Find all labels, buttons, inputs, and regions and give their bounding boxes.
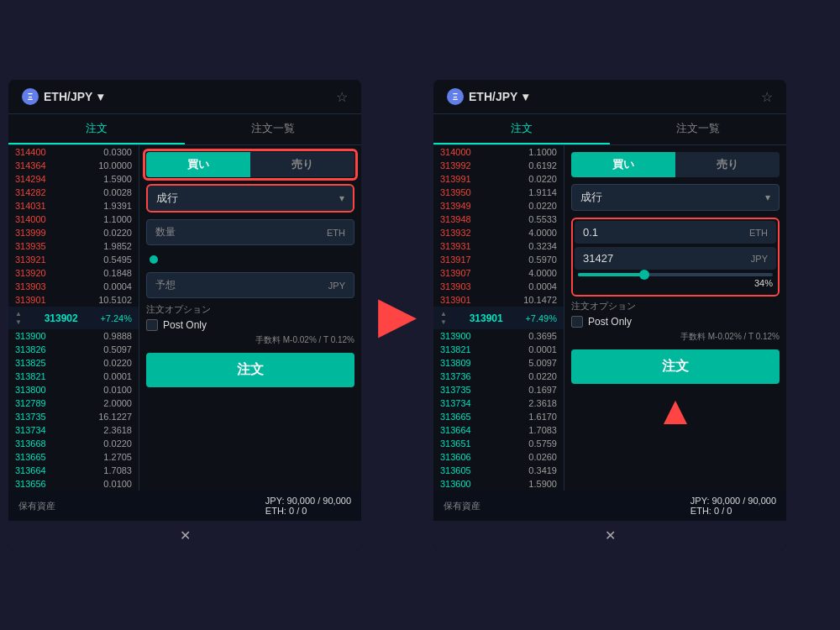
indicator-dot: [150, 255, 158, 264]
quantity-unit: ETH: [327, 228, 345, 238]
panel2-current-price-row: ▲ ▼ 313901 +7.49%: [433, 307, 564, 329]
panel2-close-bar: ✕: [433, 521, 786, 550]
panel2-price-arrows: ▲ ▼: [440, 310, 447, 326]
p2-buy-12: 3136001.5900: [433, 477, 564, 491]
panel-body: 3144000.0300 31436410.0000 3142941.5900 …: [8, 145, 361, 491]
order-submit-button[interactable]: 注文: [146, 353, 354, 387]
buy-order-10: 3136651.2705: [8, 450, 139, 464]
current-price-row: ▲ ▼ 313902 +7.24%: [8, 307, 139, 329]
order-form: 買い 売り 成行 ▾ 数量 ETH: [139, 145, 361, 491]
close-icon[interactable]: ✕: [180, 528, 191, 543]
assets-label: 保有資産: [18, 500, 55, 512]
arrow-right-icon: ▶: [378, 290, 417, 340]
price-arrows: ▲ ▼: [15, 310, 22, 326]
quantity-input[interactable]: 数量 ETH: [146, 219, 354, 245]
panel2-slider[interactable]: 34%: [575, 273, 776, 288]
p2-sell-11: 3139030.0004: [433, 280, 564, 293]
panel2-tab-order[interactable]: 注文: [433, 114, 610, 144]
panel2-close-icon[interactable]: ✕: [605, 528, 616, 543]
p2-sell-7: 3139324.0000: [433, 226, 564, 239]
sell-order-1: 3144000.0300: [8, 145, 139, 159]
panel2-assets-values: JPY: 90,000 / 90,000 ETH: 0 / 0: [690, 496, 776, 516]
panel2-order-book: 3140001.1000 3139920.6192 3139910.0220 3…: [433, 145, 564, 491]
p2-sell-10: 3139074.0000: [433, 266, 564, 280]
tab-order-list[interactable]: 注文一覧: [185, 114, 361, 144]
favorite-icon[interactable]: ☆: [336, 89, 348, 105]
buy-order-12: 3136560.0100: [8, 477, 139, 491]
tab-order[interactable]: 注文: [8, 114, 185, 144]
panel2-quantity-value: 0.1: [583, 226, 598, 239]
buy-order-6: 3127892.0000: [8, 396, 139, 410]
panel2-options-label: 注文オプション: [571, 300, 780, 312]
buy-sell-tabs: 買い 売り: [146, 152, 354, 177]
estimate-label: 予想: [155, 278, 176, 292]
post-only-row: Post Only: [146, 319, 354, 331]
panel2-estimate-input[interactable]: 31427 JPY: [575, 247, 776, 270]
p2-sell-9: 3139170.5970: [433, 253, 564, 266]
p2-buy-9: 3136510.5759: [433, 437, 564, 450]
panel2-buy-sell-tabs: 買い 売り: [571, 152, 780, 177]
buy-tab[interactable]: 買い: [146, 152, 250, 177]
estimate-unit: JPY: [328, 281, 345, 291]
p2-sell-4: 3139501.9114: [433, 186, 564, 199]
p2-buy-11: 3136050.3419: [433, 464, 564, 477]
post-only-checkbox[interactable]: [146, 319, 158, 331]
slider-thumb: [639, 270, 649, 280]
panel2-header: Ξ ETH/JPY ▾ ☆: [433, 80, 786, 114]
panel2-price-change: +7.49%: [525, 313, 557, 323]
panel2-post-only-row: Post Only: [571, 316, 780, 328]
buy-order-1: 3139000.9888: [8, 329, 139, 343]
footer: 保有資産 JPY: 90,000 / 90,000 ETH: 0 / 0: [8, 491, 361, 521]
eth-value: ETH: 0 / 0: [265, 506, 351, 516]
panel2-jpy-value: JPY: 90,000 / 90,000: [690, 496, 776, 506]
p2-buy-7: 3136651.6170: [433, 410, 564, 423]
panel2-eth-value: ETH: 0 / 0: [690, 506, 776, 516]
panel2-header-title: Ξ ETH/JPY ▾: [447, 88, 528, 105]
sell-order-12: 31390110.5102: [8, 293, 139, 307]
assets-values: JPY: 90,000 / 90,000 ETH: 0 / 0: [265, 496, 351, 516]
up-arrow-container: ▲: [571, 391, 780, 431]
panel2-footer: 保有資産 JPY: 90,000 / 90,000 ETH: 0 / 0: [433, 491, 786, 521]
order-type-select[interactable]: 成行 ▾: [146, 184, 354, 213]
sell-order-2: 31436410.0000: [8, 159, 139, 172]
sell-tab[interactable]: 売り: [250, 152, 354, 177]
panel2-favorite-icon[interactable]: ☆: [761, 89, 773, 105]
quantity-label: 数量: [155, 225, 176, 239]
p2-sell-2: 3139920.6192: [433, 159, 564, 172]
panel2-buy-tab[interactable]: 買い: [571, 152, 675, 177]
sell-order-9: 3139210.5495: [8, 253, 139, 266]
panel2-quantity-unit: ETH: [749, 228, 768, 238]
panel2-sell-tab[interactable]: 売り: [675, 152, 780, 177]
estimate-input[interactable]: 予想 JPY: [146, 272, 354, 298]
arrow-up-icon: ▲: [655, 388, 696, 433]
panel2-fee-info: 手数料 M-0.02% / T 0.12%: [571, 331, 780, 343]
buy-order-3: 3138250.0220: [8, 356, 139, 370]
jpy-value: JPY: 90,000 / 90,000: [265, 496, 351, 506]
panel2-quantity-input[interactable]: 0.1 ETH: [575, 221, 776, 244]
panel2-tab-order-list[interactable]: 注文一覧: [610, 114, 786, 144]
pair-chevron: ▾: [97, 90, 103, 103]
order-options: 注文オプション Post Only: [146, 303, 354, 331]
panel2-tab-row: 注文 注文一覧: [433, 114, 786, 145]
panel2-post-only-checkbox[interactable]: [571, 316, 583, 328]
panel2-order-submit-button[interactable]: 注文: [571, 349, 780, 384]
chevron-down-icon: ▾: [339, 192, 344, 204]
panel2-current-price: 313901: [470, 312, 503, 324]
p2-buy-1: 3139000.3695: [433, 329, 564, 343]
p2-sell-3: 3139910.0220: [433, 172, 564, 186]
panel2-estimate-unit: JPY: [751, 254, 768, 264]
panel2-order-type-select[interactable]: 成行 ▾: [571, 184, 780, 211]
sell-order-7: 3139990.0220: [8, 226, 139, 239]
panel2-order-button-container: 注文 ▲: [571, 349, 780, 431]
buy-order-2: 3138260.5097: [8, 343, 139, 356]
buy-order-5: 3138000.0100: [8, 383, 139, 396]
eth-icon: Ξ: [22, 88, 39, 105]
panel-header: Ξ ETH/JPY ▾ ☆: [8, 80, 361, 114]
panel2-post-only-label: Post Only: [588, 316, 632, 328]
panel2-assets-label: 保有資産: [444, 500, 480, 512]
sell-order-4: 3142820.0028: [8, 186, 139, 199]
slider-percent: 34%: [578, 278, 773, 288]
slider-track: [578, 273, 773, 276]
slider-fill: [578, 273, 644, 276]
panel2-body: 3140001.1000 3139920.6192 3139910.0220 3…: [433, 145, 786, 491]
